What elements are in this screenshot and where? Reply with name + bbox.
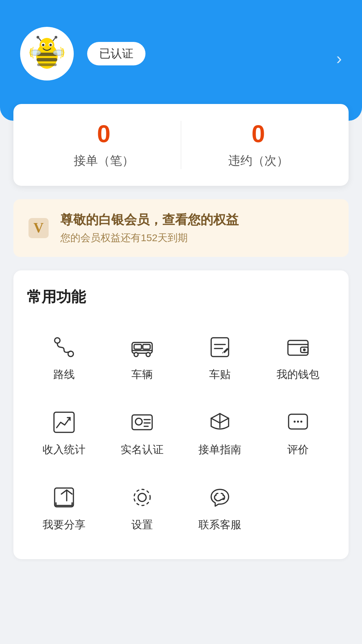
violations-count: 0 bbox=[188, 121, 328, 147]
svg-point-43 bbox=[138, 493, 146, 501]
svg-point-11 bbox=[42, 44, 45, 46]
stats-card: 0 接单（笔） 0 违约（次） bbox=[13, 104, 349, 186]
header: 已认证 › bbox=[0, 0, 362, 121]
support-icon bbox=[206, 484, 233, 511]
svg-point-38 bbox=[294, 421, 296, 423]
violations-stat: 0 违约（次） bbox=[188, 121, 328, 169]
function-share[interactable]: 我要分享 bbox=[27, 474, 102, 542]
wallet-label: 我的钱包 bbox=[277, 367, 319, 382]
violations-label: 违约（次） bbox=[188, 153, 328, 169]
svg-point-33 bbox=[135, 418, 142, 425]
orders-count: 0 bbox=[34, 121, 174, 147]
share-icon bbox=[51, 484, 77, 511]
function-route[interactable]: 路线 bbox=[27, 324, 102, 392]
vehicle-icon bbox=[129, 334, 156, 361]
function-income[interactable]: 收入统计 bbox=[27, 399, 102, 467]
svg-point-44 bbox=[134, 489, 150, 505]
member-subtitle: 您的会员权益还有152天到期 bbox=[60, 231, 239, 245]
route-icon bbox=[51, 334, 77, 361]
function-guide[interactable]: 接单指南 bbox=[183, 399, 257, 467]
svg-point-40 bbox=[300, 421, 302, 423]
guide-label: 接单指南 bbox=[198, 442, 241, 457]
carsticker-icon bbox=[206, 334, 233, 361]
svg-point-17 bbox=[55, 338, 60, 343]
member-banner[interactable]: V 尊敬的白银会员，查看您的权益 您的会员权益还有152天到期 bbox=[13, 199, 349, 257]
income-icon bbox=[51, 409, 77, 436]
svg-rect-41 bbox=[55, 488, 73, 507]
function-wallet[interactable]: 我的钱包 bbox=[261, 324, 336, 392]
orders-label: 接单（笔） bbox=[34, 153, 174, 169]
orders-stat: 0 接单（笔） bbox=[34, 121, 174, 169]
avatar[interactable] bbox=[20, 27, 74, 80]
guide-icon bbox=[206, 409, 233, 436]
review-icon bbox=[285, 409, 311, 436]
profile-arrow[interactable]: › bbox=[336, 49, 342, 68]
function-review[interactable]: 评价 bbox=[261, 399, 336, 467]
svg-point-3 bbox=[55, 36, 57, 39]
identity-icon bbox=[129, 409, 156, 436]
svg-rect-21 bbox=[143, 344, 150, 349]
stats-divider bbox=[181, 121, 181, 169]
function-support[interactable]: 联系客服 bbox=[183, 474, 257, 542]
member-text: 尊敬的白银会员，查看您的权益 您的会员权益还有152天到期 bbox=[60, 211, 239, 245]
income-label: 收入统计 bbox=[43, 442, 85, 457]
svg-rect-31 bbox=[54, 412, 74, 432]
settings-label: 设置 bbox=[131, 518, 153, 532]
svg-point-30 bbox=[303, 348, 306, 351]
svg-rect-7 bbox=[37, 63, 57, 66]
review-label: 评价 bbox=[287, 442, 309, 457]
function-settings[interactable]: 设置 bbox=[105, 474, 180, 542]
svg-point-23 bbox=[146, 353, 150, 357]
svg-point-22 bbox=[134, 353, 138, 357]
function-vehicle[interactable]: 车辆 bbox=[105, 324, 180, 392]
route-label: 路线 bbox=[53, 367, 75, 382]
functions-card: 常用功能 路线 bbox=[13, 270, 349, 559]
member-title: 尊敬的白银会员，查看您的权益 bbox=[60, 211, 239, 228]
svg-rect-6 bbox=[37, 58, 57, 61]
svg-rect-25 bbox=[211, 338, 229, 357]
functions-title: 常用功能 bbox=[27, 287, 335, 307]
function-identity[interactable]: 实名认证 bbox=[105, 399, 180, 467]
function-carsticker[interactable]: 车贴 bbox=[183, 324, 257, 392]
certified-badge[interactable]: 已认证 bbox=[87, 42, 145, 65]
wallet-icon bbox=[285, 334, 311, 361]
functions-grid: 路线 车辆 bbox=[27, 324, 335, 542]
settings-icon bbox=[129, 484, 156, 511]
support-label: 联系客服 bbox=[198, 518, 241, 532]
svg-point-39 bbox=[297, 421, 299, 423]
share-label: 我要分享 bbox=[43, 518, 85, 532]
svg-rect-20 bbox=[134, 344, 141, 349]
svg-text:V: V bbox=[34, 220, 44, 235]
svg-point-1 bbox=[37, 36, 39, 39]
identity-label: 实名认证 bbox=[121, 442, 164, 457]
member-v-icon: V bbox=[27, 216, 50, 240]
svg-point-12 bbox=[50, 44, 52, 46]
vehicle-label: 车辆 bbox=[131, 367, 153, 382]
carsticker-label: 车贴 bbox=[209, 367, 231, 382]
